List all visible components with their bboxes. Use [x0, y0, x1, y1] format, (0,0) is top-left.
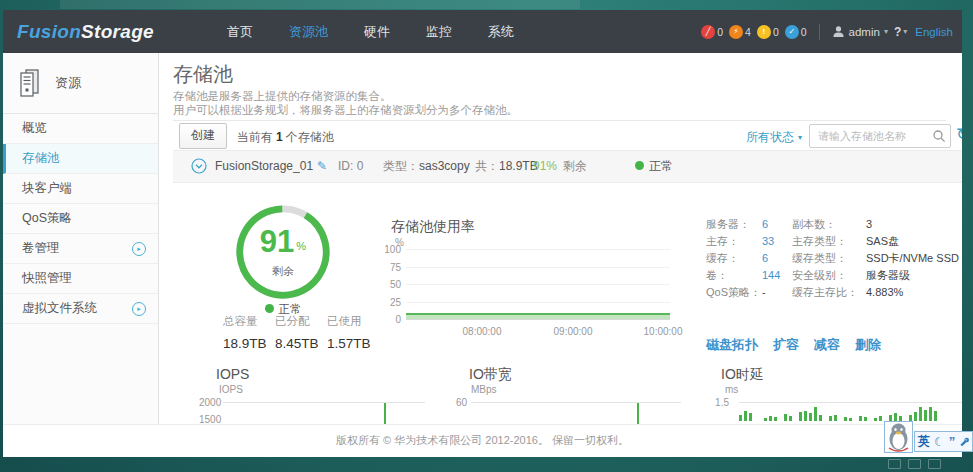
- pool-name: FusionStorage_01: [215, 151, 313, 182]
- help-label: ?: [894, 25, 901, 39]
- io-latency-chart: IO时延 ms 1.5: [713, 366, 962, 425]
- pool-total-label: 共：: [475, 159, 499, 173]
- refresh-button[interactable]: ↻: [956, 124, 962, 145]
- ime-quote-icon[interactable]: ”: [949, 435, 956, 448]
- nav-item-home[interactable]: 首页: [227, 23, 253, 41]
- gridline: [406, 249, 670, 250]
- info-label: 缓存类型：: [792, 252, 866, 264]
- app-logo: FusionStorage: [17, 10, 154, 53]
- nav-item-monitoring[interactable]: 监控: [426, 23, 452, 41]
- gridline: [406, 267, 670, 268]
- expand-capacity-link[interactable]: 扩容: [773, 336, 799, 354]
- usage-ytick: 0: [371, 314, 401, 325]
- io-latency-series: [739, 402, 962, 425]
- info-value: 4.883%: [866, 286, 959, 298]
- nav-item-system[interactable]: 系统: [488, 23, 514, 41]
- collapse-chevron-icon[interactable]: [191, 158, 207, 174]
- expand-arrow-icon[interactable]: ▸: [132, 302, 146, 316]
- info-value: 144: [762, 269, 792, 281]
- sidebar-item-storage-pool[interactable]: 存储池: [3, 144, 158, 174]
- info-value: 服务器级: [866, 269, 959, 281]
- info-label: QoS策略：: [706, 286, 762, 298]
- gridline: [406, 284, 670, 285]
- taskbar-ghost-icon: [908, 459, 921, 469]
- capacity-label: 总容量: [223, 314, 277, 329]
- usage-xtick: 09:00:00: [554, 326, 593, 337]
- usage-ytick: 100: [371, 244, 401, 255]
- app-window: FusionStorage 首页 资源池 硬件 监控 系统 ╱ 0 ⚡ 4: [3, 10, 962, 457]
- alarm-critical-badge[interactable]: ╱ 0: [701, 25, 723, 39]
- iops-ytick: 2000: [199, 397, 219, 408]
- pool-info-panel: 服务器：6副本数：3 主存：33主存类型：SAS盘 缓存：6缓存类型：SSD卡/…: [706, 218, 959, 298]
- edit-pool-name-icon[interactable]: ✎: [317, 151, 327, 182]
- disk-topology-link[interactable]: 磁盘拓扑: [706, 336, 758, 354]
- help-menu[interactable]: ? ▾: [894, 25, 907, 39]
- page-description-line2: 用户可以根据业务规划，将服务器上的存储资源划分为多个存储池。: [173, 103, 518, 118]
- info-value: 3: [866, 218, 959, 230]
- status-dot: [635, 161, 644, 170]
- pool-count-suffix: 个存储池: [286, 130, 334, 144]
- info-label: 卷：: [706, 269, 762, 281]
- language-switch[interactable]: English: [915, 26, 953, 38]
- alarm-major-count: 4: [745, 26, 751, 38]
- donut-center-text: 91% 剩余: [235, 204, 331, 300]
- info-label: 安全级别：: [792, 269, 866, 281]
- expand-arrow-icon[interactable]: ▸: [132, 242, 146, 256]
- pool-count-text: 当前有1个存储池: [237, 129, 334, 146]
- pool-type: 类型：sas3copy: [383, 151, 470, 182]
- info-value: 6: [762, 252, 792, 264]
- info-value: 6: [762, 218, 792, 230]
- copyright-text: 版权所有 © 华为技术有限公司 2012-2016。 保留一切权利。: [336, 434, 629, 446]
- pool-free-label: 剩余: [563, 151, 587, 182]
- usage-ytick: 25: [371, 297, 401, 308]
- sidebar-item-volume-management[interactable]: 卷管理 ▸: [3, 234, 158, 264]
- chevron-down-icon: ▾: [903, 27, 907, 36]
- alarm-major-badge[interactable]: ⚡ 4: [729, 25, 751, 39]
- sidebar-item-label: 快照管理: [22, 271, 72, 285]
- resource-server-icon: [19, 69, 41, 97]
- status-dot: [265, 304, 274, 313]
- status-filter-label: 所有状态: [746, 129, 794, 146]
- desktop-background: FusionStorage 首页 资源池 硬件 监控 系统 ╱ 0 ⚡ 4: [0, 0, 973, 472]
- nav-item-hardware[interactable]: 硬件: [364, 23, 390, 41]
- chevron-down-icon: ▾: [798, 133, 802, 142]
- create-button[interactable]: 创建: [179, 123, 227, 149]
- alarm-minor-badge[interactable]: ! 0: [757, 25, 779, 39]
- sidebar-item-block-client[interactable]: 块客户端: [3, 174, 158, 204]
- pool-actions: 磁盘拓扑 扩容 减容 删除: [706, 336, 881, 354]
- pool-total: 共：18.9TB: [475, 151, 538, 182]
- delete-pool-link[interactable]: 删除: [855, 336, 881, 354]
- ime-penguin-icon[interactable]: [884, 421, 913, 453]
- sidebar-item-virtual-file-system[interactable]: 虚拟文件系统 ▸: [3, 294, 158, 324]
- alarm-info-badge[interactable]: ✓ 0: [785, 25, 807, 39]
- usage-xtick: 10:00:00: [644, 326, 683, 337]
- pool-row: FusionStorage_01 ✎ ID: 0 类型：sas3copy 共：1…: [173, 150, 962, 183]
- info-value: -: [762, 286, 792, 298]
- pool-total-value: 18.9TB: [499, 159, 538, 173]
- status-filter-dropdown[interactable]: 所有状态 ▾: [746, 129, 802, 146]
- user-menu[interactable]: admin ▾: [832, 25, 888, 38]
- ime-wrench-icon[interactable]: [959, 436, 969, 447]
- ime-toolbar: 英 ☾ ”: [914, 431, 973, 452]
- sidebar-item-label: 卷管理: [22, 241, 60, 255]
- usage-xtick: 08:00:00: [463, 326, 502, 337]
- shrink-capacity-link[interactable]: 减容: [814, 336, 840, 354]
- alarm-minor-icon: !: [757, 25, 771, 39]
- nav-item-resource-pool[interactable]: 资源池: [289, 23, 328, 41]
- capacity-value: 18.9TB: [223, 336, 277, 351]
- search-icon[interactable]: [932, 129, 946, 143]
- sidebar-item-snapshot-management[interactable]: 快照管理: [3, 264, 158, 294]
- ime-moon-icon[interactable]: ☾: [934, 436, 945, 448]
- page-title: 存储池: [173, 61, 233, 88]
- info-value: SAS盘: [866, 235, 959, 247]
- footer: 版权所有 © 华为技术有限公司 2012-2016。 保留一切权利。: [3, 424, 962, 457]
- main-content: 存储池 存储池是服务器上提供的存储资源的集合。 用户可以根据业务规划，将服务器上…: [159, 53, 962, 425]
- sidebar-item-qos-policy[interactable]: QoS策略: [3, 204, 158, 234]
- pool-type-value: sas3copy: [419, 159, 470, 173]
- search-input[interactable]: [816, 126, 930, 146]
- sidebar-item-overview[interactable]: 概览: [3, 114, 158, 144]
- info-value: SSD卡/NVMe SSD: [866, 252, 959, 264]
- ime-language-toggle[interactable]: 英: [918, 433, 930, 450]
- pool-count-number: 1: [276, 130, 283, 144]
- alarm-minor-count: 0: [773, 26, 779, 38]
